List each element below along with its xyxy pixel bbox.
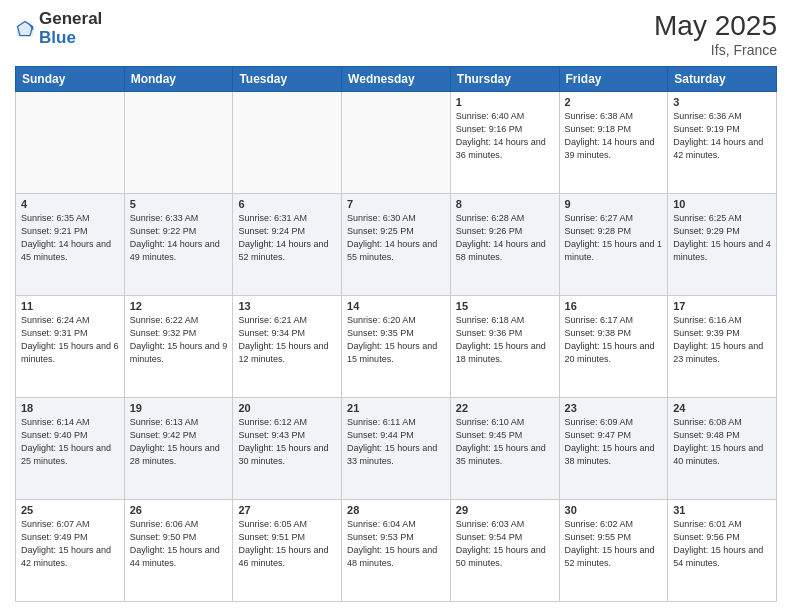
day-number: 31: [673, 504, 771, 516]
calendar-week-3: 11Sunrise: 6:24 AMSunset: 9:31 PMDayligh…: [16, 296, 777, 398]
calendar-week-2: 4Sunrise: 6:35 AMSunset: 9:21 PMDaylight…: [16, 194, 777, 296]
table-row: 17Sunrise: 6:16 AMSunset: 9:39 PMDayligh…: [668, 296, 777, 398]
table-row: [233, 92, 342, 194]
day-number: 28: [347, 504, 445, 516]
day-info: Sunrise: 6:10 AMSunset: 9:45 PMDaylight:…: [456, 416, 554, 468]
day-number: 22: [456, 402, 554, 414]
day-info: Sunrise: 6:01 AMSunset: 9:56 PMDaylight:…: [673, 518, 771, 570]
day-number: 7: [347, 198, 445, 210]
table-row: 19Sunrise: 6:13 AMSunset: 9:42 PMDayligh…: [124, 398, 233, 500]
day-number: 18: [21, 402, 119, 414]
table-row: 28Sunrise: 6:04 AMSunset: 9:53 PMDayligh…: [342, 500, 451, 602]
table-row: 15Sunrise: 6:18 AMSunset: 9:36 PMDayligh…: [450, 296, 559, 398]
table-row: 12Sunrise: 6:22 AMSunset: 9:32 PMDayligh…: [124, 296, 233, 398]
day-number: 9: [565, 198, 663, 210]
calendar-week-4: 18Sunrise: 6:14 AMSunset: 9:40 PMDayligh…: [16, 398, 777, 500]
table-row: 2Sunrise: 6:38 AMSunset: 9:18 PMDaylight…: [559, 92, 668, 194]
day-info: Sunrise: 6:31 AMSunset: 9:24 PMDaylight:…: [238, 212, 336, 264]
day-number: 11: [21, 300, 119, 312]
day-number: 17: [673, 300, 771, 312]
logo: General Blue: [15, 10, 102, 47]
day-info: Sunrise: 6:03 AMSunset: 9:54 PMDaylight:…: [456, 518, 554, 570]
day-info: Sunrise: 6:05 AMSunset: 9:51 PMDaylight:…: [238, 518, 336, 570]
day-number: 20: [238, 402, 336, 414]
day-info: Sunrise: 6:28 AMSunset: 9:26 PMDaylight:…: [456, 212, 554, 264]
col-sunday: Sunday: [16, 67, 125, 92]
calendar-page: General Blue May 2025 Ifs, France Sunday…: [0, 0, 792, 612]
title-block: May 2025 Ifs, France: [654, 10, 777, 58]
table-row: 22Sunrise: 6:10 AMSunset: 9:45 PMDayligh…: [450, 398, 559, 500]
table-row: 25Sunrise: 6:07 AMSunset: 9:49 PMDayligh…: [16, 500, 125, 602]
day-number: 4: [21, 198, 119, 210]
day-number: 12: [130, 300, 228, 312]
table-row: [124, 92, 233, 194]
table-row: 9Sunrise: 6:27 AMSunset: 9:28 PMDaylight…: [559, 194, 668, 296]
col-saturday: Saturday: [668, 67, 777, 92]
table-row: 27Sunrise: 6:05 AMSunset: 9:51 PMDayligh…: [233, 500, 342, 602]
day-number: 24: [673, 402, 771, 414]
day-info: Sunrise: 6:40 AMSunset: 9:16 PMDaylight:…: [456, 110, 554, 162]
day-number: 27: [238, 504, 336, 516]
day-info: Sunrise: 6:02 AMSunset: 9:55 PMDaylight:…: [565, 518, 663, 570]
day-number: 15: [456, 300, 554, 312]
day-info: Sunrise: 6:38 AMSunset: 9:18 PMDaylight:…: [565, 110, 663, 162]
table-row: 3Sunrise: 6:36 AMSunset: 9:19 PMDaylight…: [668, 92, 777, 194]
logo-icon: [15, 19, 35, 39]
col-thursday: Thursday: [450, 67, 559, 92]
day-info: Sunrise: 6:35 AMSunset: 9:21 PMDaylight:…: [21, 212, 119, 264]
table-row: 23Sunrise: 6:09 AMSunset: 9:47 PMDayligh…: [559, 398, 668, 500]
day-info: Sunrise: 6:24 AMSunset: 9:31 PMDaylight:…: [21, 314, 119, 366]
table-row: 31Sunrise: 6:01 AMSunset: 9:56 PMDayligh…: [668, 500, 777, 602]
day-info: Sunrise: 6:16 AMSunset: 9:39 PMDaylight:…: [673, 314, 771, 366]
header-row: Sunday Monday Tuesday Wednesday Thursday…: [16, 67, 777, 92]
day-info: Sunrise: 6:04 AMSunset: 9:53 PMDaylight:…: [347, 518, 445, 570]
day-info: Sunrise: 6:33 AMSunset: 9:22 PMDaylight:…: [130, 212, 228, 264]
table-row: [342, 92, 451, 194]
header: General Blue May 2025 Ifs, France: [15, 10, 777, 58]
day-number: 19: [130, 402, 228, 414]
table-row: 1Sunrise: 6:40 AMSunset: 9:16 PMDaylight…: [450, 92, 559, 194]
day-number: 1: [456, 96, 554, 108]
table-row: 6Sunrise: 6:31 AMSunset: 9:24 PMDaylight…: [233, 194, 342, 296]
day-info: Sunrise: 6:08 AMSunset: 9:48 PMDaylight:…: [673, 416, 771, 468]
table-row: 4Sunrise: 6:35 AMSunset: 9:21 PMDaylight…: [16, 194, 125, 296]
day-number: 2: [565, 96, 663, 108]
day-number: 29: [456, 504, 554, 516]
table-row: [16, 92, 125, 194]
logo-blue: Blue: [39, 29, 102, 48]
day-number: 26: [130, 504, 228, 516]
calendar-week-1: 1Sunrise: 6:40 AMSunset: 9:16 PMDaylight…: [16, 92, 777, 194]
table-row: 26Sunrise: 6:06 AMSunset: 9:50 PMDayligh…: [124, 500, 233, 602]
table-row: 29Sunrise: 6:03 AMSunset: 9:54 PMDayligh…: [450, 500, 559, 602]
table-row: 8Sunrise: 6:28 AMSunset: 9:26 PMDaylight…: [450, 194, 559, 296]
table-row: 24Sunrise: 6:08 AMSunset: 9:48 PMDayligh…: [668, 398, 777, 500]
day-number: 3: [673, 96, 771, 108]
day-info: Sunrise: 6:07 AMSunset: 9:49 PMDaylight:…: [21, 518, 119, 570]
day-number: 8: [456, 198, 554, 210]
day-number: 25: [21, 504, 119, 516]
table-row: 10Sunrise: 6:25 AMSunset: 9:29 PMDayligh…: [668, 194, 777, 296]
month-title: May 2025: [654, 10, 777, 42]
day-info: Sunrise: 6:13 AMSunset: 9:42 PMDaylight:…: [130, 416, 228, 468]
day-info: Sunrise: 6:20 AMSunset: 9:35 PMDaylight:…: [347, 314, 445, 366]
day-info: Sunrise: 6:22 AMSunset: 9:32 PMDaylight:…: [130, 314, 228, 366]
day-info: Sunrise: 6:14 AMSunset: 9:40 PMDaylight:…: [21, 416, 119, 468]
day-info: Sunrise: 6:27 AMSunset: 9:28 PMDaylight:…: [565, 212, 663, 264]
day-number: 16: [565, 300, 663, 312]
day-info: Sunrise: 6:25 AMSunset: 9:29 PMDaylight:…: [673, 212, 771, 264]
day-info: Sunrise: 6:17 AMSunset: 9:38 PMDaylight:…: [565, 314, 663, 366]
table-row: 30Sunrise: 6:02 AMSunset: 9:55 PMDayligh…: [559, 500, 668, 602]
calendar-week-5: 25Sunrise: 6:07 AMSunset: 9:49 PMDayligh…: [16, 500, 777, 602]
day-info: Sunrise: 6:11 AMSunset: 9:44 PMDaylight:…: [347, 416, 445, 468]
day-info: Sunrise: 6:18 AMSunset: 9:36 PMDaylight:…: [456, 314, 554, 366]
col-friday: Friday: [559, 67, 668, 92]
day-number: 10: [673, 198, 771, 210]
table-row: 13Sunrise: 6:21 AMSunset: 9:34 PMDayligh…: [233, 296, 342, 398]
table-row: 5Sunrise: 6:33 AMSunset: 9:22 PMDaylight…: [124, 194, 233, 296]
day-info: Sunrise: 6:12 AMSunset: 9:43 PMDaylight:…: [238, 416, 336, 468]
day-number: 6: [238, 198, 336, 210]
day-info: Sunrise: 6:09 AMSunset: 9:47 PMDaylight:…: [565, 416, 663, 468]
table-row: 16Sunrise: 6:17 AMSunset: 9:38 PMDayligh…: [559, 296, 668, 398]
col-wednesday: Wednesday: [342, 67, 451, 92]
table-row: 7Sunrise: 6:30 AMSunset: 9:25 PMDaylight…: [342, 194, 451, 296]
